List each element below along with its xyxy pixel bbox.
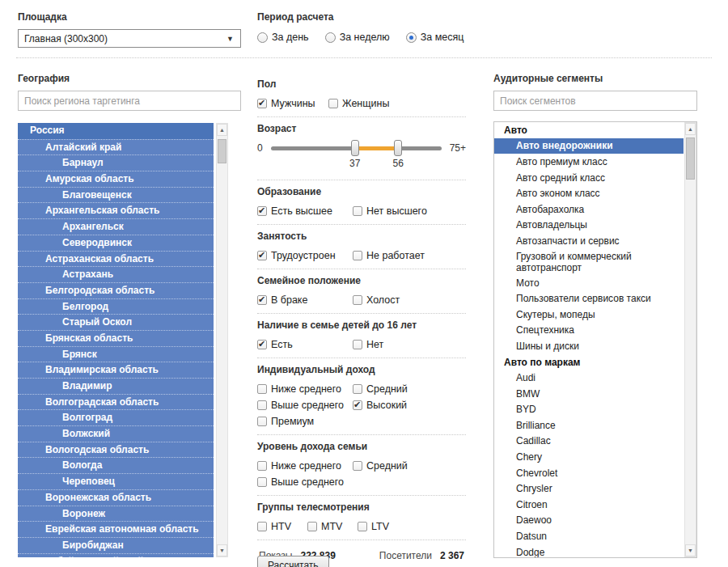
family-income-checkbox-option[interactable]: Ниже среднего [257,459,353,472]
period-radio-option[interactable]: За месяц [406,31,464,44]
personal-income-checkbox-option[interactable]: Премиум [257,415,353,428]
period-radio-option[interactable]: За неделю [325,31,390,44]
region-item[interactable]: Череповец [18,473,214,489]
region-item[interactable]: Брянск [18,346,214,362]
segment-item[interactable]: Dodge [494,544,684,557]
region-item[interactable]: Барнаул [18,154,214,171]
region-item[interactable]: Алтайский край [18,139,214,155]
region-item[interactable]: Белгородская область [18,282,214,298]
checkbox-icon[interactable] [353,206,362,216]
region-item[interactable]: Благовещенск [18,187,214,203]
segment-item[interactable]: BYD [494,402,684,418]
segment-item[interactable]: Пользователи сервисов такси [494,290,684,307]
checkbox-icon[interactable] [353,400,362,410]
region-item[interactable]: Воронеж [18,506,214,522]
segment-item[interactable]: Авто средний класс [494,170,684,186]
region-item[interactable]: Владимир [18,378,214,394]
region-item[interactable]: Амурская область [18,171,214,187]
segment-item[interactable]: Datsun [494,528,684,544]
scroll-down-button[interactable]: ▼ [685,544,696,556]
checkbox-icon[interactable] [353,461,362,471]
checkbox-icon[interactable] [257,417,267,426]
region-item[interactable]: Биробиджан [18,537,214,553]
segment-item[interactable]: Daewoo [494,513,684,529]
age-handle-from[interactable] [351,140,359,156]
region-item[interactable]: Архангельская область [18,202,214,218]
region-item[interactable]: Вологодская область [18,442,214,458]
personal-income-checkbox-option[interactable]: Высокий [353,399,466,412]
period-radio-option[interactable]: За день [257,31,309,44]
region-item[interactable]: Забайкальский край [18,553,214,557]
checkbox-icon[interactable] [257,477,267,487]
region-item[interactable]: Волгоградская область [18,394,214,410]
gender-checkbox-option[interactable]: Женщины [328,97,466,110]
region-item[interactable]: Брянская область [18,330,214,346]
segment-search-input[interactable] [493,91,697,111]
checkbox-icon[interactable] [353,251,362,260]
checkbox-icon[interactable] [257,384,267,394]
children-checkbox-option[interactable]: Есть [257,338,353,351]
checkbox-icon[interactable] [358,522,367,531]
scroll-down-button[interactable]: ▼ [217,544,227,556]
checkbox-icon[interactable] [257,295,267,305]
family-income-checkbox-option[interactable]: Выше среднего [257,476,353,489]
segment-item[interactable]: Cadillac [494,434,684,450]
region-item[interactable]: Северодвинск [18,235,214,251]
tv-checkbox-option[interactable]: HTV [257,520,307,533]
checkbox-icon[interactable] [353,340,362,349]
region-item[interactable]: Владимирская область [18,362,214,378]
region-item[interactable]: Воронежская область [18,489,214,506]
platform-select[interactable]: Главная (300x300) ▼ [18,29,241,48]
checkbox-icon[interactable] [353,295,362,305]
segment-item[interactable]: Мото [494,275,684,291]
checkbox-icon[interactable] [257,251,267,260]
region-item[interactable]: Астрахань [18,266,214,282]
region-item[interactable]: Вологда [18,457,214,473]
segment-item[interactable]: Chrysler [494,480,684,497]
personal-income-checkbox-option[interactable]: Средний [353,383,466,396]
region-item[interactable]: Белгород [18,298,214,315]
age-handle-to[interactable] [394,140,402,156]
gender-checkbox-option[interactable]: Мужчины [257,97,328,110]
calculate-button[interactable]: Рассчитать [257,556,329,567]
radio-icon[interactable] [406,32,417,43]
marital-checkbox-option[interactable]: В браке [257,294,353,307]
region-item[interactable]: Еврейская автономная область [18,521,214,537]
checkbox-icon[interactable] [257,340,267,349]
checkbox-icon[interactable] [353,384,362,394]
segment-item[interactable]: Авто по маркам [494,354,684,370]
segment-item[interactable]: Грузовой и коммерческий автотранспорт [494,249,684,275]
segment-item[interactable]: Скутеры, мопеды [494,307,684,323]
segment-item[interactable]: Шины и диски [494,338,684,354]
segment-item[interactable]: Авто премиум класс [494,154,684,170]
region-search-input[interactable] [18,91,241,111]
scroll-up-button[interactable]: ▲ [217,124,227,136]
scroll-thumb[interactable] [218,139,226,163]
scroll-thumb[interactable] [686,138,695,180]
segment-item[interactable]: Автовладельцы [494,218,684,234]
checkbox-icon[interactable] [257,522,267,531]
checkbox-icon[interactable] [257,99,267,108]
segment-item[interactable]: Brilliance [494,417,684,434]
education-checkbox-option[interactable]: Есть высшее [257,205,353,218]
tv-checkbox-option[interactable]: MTV [307,520,358,533]
checkbox-icon[interactable] [257,206,267,216]
checkbox-icon[interactable] [307,522,317,531]
checkbox-icon[interactable] [257,461,267,471]
region-item[interactable]: Волгоград [18,409,214,425]
employment-checkbox-option[interactable]: Трудоустроен [257,249,353,262]
segment-item[interactable]: Citroen [494,497,684,513]
segment-item[interactable]: Спецтехника [494,323,684,339]
region-list-scrollbar[interactable]: ▲ ▼ [216,123,228,557]
age-slider-track[interactable]: 37 56 [271,146,442,150]
education-checkbox-option[interactable]: Нет высшего [353,205,466,218]
region-item[interactable]: Архангельск [18,218,214,235]
radio-icon[interactable] [257,32,268,43]
region-item[interactable]: Астраханская область [18,251,214,267]
region-item[interactable]: Волжский [18,425,214,442]
marital-checkbox-option[interactable]: Холост [353,294,466,307]
region-item[interactable]: Россия [18,123,214,139]
segment-item[interactable]: Авто внедорожники [494,138,684,154]
segment-item[interactable]: Автозапчасти и сервис [494,233,684,249]
segment-item[interactable]: BMW [494,386,684,402]
